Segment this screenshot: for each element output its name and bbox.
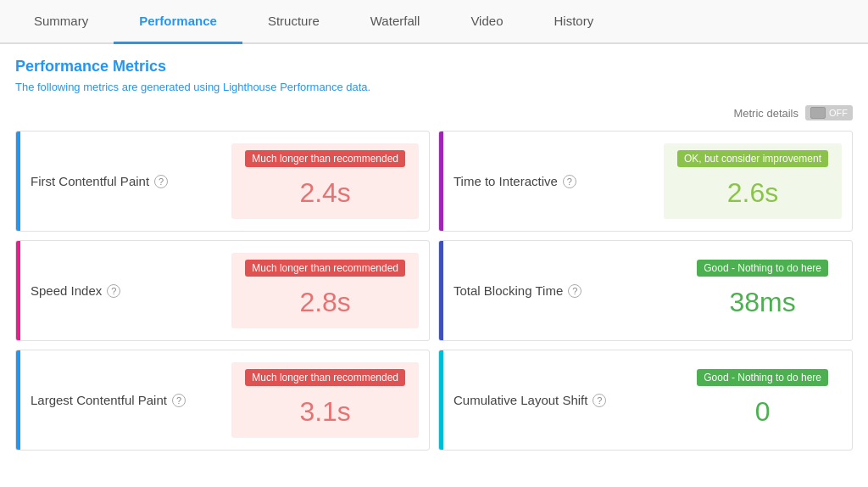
section-desc: The following metrics are generated usin… [15,81,853,93]
metric-card-tti: Time to Interactive ? OK, but consider i… [438,131,853,232]
tti-name-text: Time to Interactive [453,174,558,188]
metrics-grid: First Contentful Paint ? Much longer tha… [15,131,853,451]
cls-question[interactable]: ? [593,394,606,407]
si-name-text: Speed Index [31,283,102,298]
cls-value-box: Good - Nothing to do here 0 [683,362,842,438]
lighthouse-link[interactable]: Performance [280,81,342,93]
cls-value: 0 [697,391,828,428]
cls-name-text: Cumulative Layout Shift [453,393,587,407]
lcp-inner: Largest Contentful Paint ? Much longer t… [20,350,429,450]
tab-structure[interactable]: Structure [242,0,345,44]
lcp-badge: Much longer than recommended [245,369,405,386]
tab-video[interactable]: Video [445,0,528,44]
si-inner: Speed Index ? Much longer than recommend… [20,241,429,340]
toggle-box [810,107,826,119]
fcp-label-area: First Contentful Paint ? [31,174,221,188]
metric-card-tbt: Total Blocking Time ? Good - Nothing to … [438,240,853,341]
si-label-area: Speed Index ? [31,283,221,298]
si-badge: Much longer than recommended [245,260,405,277]
tab-performance[interactable]: Performance [114,0,242,44]
metric-details-toggle[interactable]: OFF [805,105,853,120]
tbt-name-text: Total Blocking Time [453,283,563,298]
metric-details-label: Metric details [733,107,798,120]
fcp-name-text: First Contentful Paint [31,174,149,188]
lcp-value-box: Much longer than recommended 3.1s [231,362,419,438]
tti-badge: OK, but consider improvement [677,150,828,167]
lcp-label-area: Largest Contentful Paint ? [31,393,221,407]
fcp-value-box: Much longer than recommended 2.4s [231,143,419,219]
cls-inner: Cumulative Layout Shift ? Good - Nothing… [443,350,852,450]
tbt-name: Total Blocking Time ? [453,283,673,298]
lcp-question[interactable]: ? [172,394,186,407]
tab-history[interactable]: History [528,0,619,44]
metric-card-lcp: Largest Contentful Paint ? Much longer t… [15,350,430,451]
section-title: Performance Metrics [15,58,853,76]
tab-summary[interactable]: Summary [8,0,114,44]
tti-value-box: OK, but consider improvement 2.6s [664,143,842,219]
toggle-label: OFF [829,108,848,118]
tti-label-area: Time to Interactive ? [453,174,654,188]
fcp-value: 2.4s [245,172,405,209]
tti-name: Time to Interactive ? [453,174,654,188]
lcp-name-text: Largest Contentful Paint [31,393,167,407]
tbt-question[interactable]: ? [568,284,581,298]
tbt-label-area: Total Blocking Time ? [453,283,673,298]
tbt-value: 38ms [697,282,828,318]
tbt-badge: Good - Nothing to do here [697,260,828,277]
cls-name: Cumulative Layout Shift ? [453,393,673,407]
tti-inner: Time to Interactive ? OK, but consider i… [443,132,852,231]
tti-value: 2.6s [677,172,828,209]
metric-card-cls: Cumulative Layout Shift ? Good - Nothing… [438,350,853,451]
fcp-inner: First Contentful Paint ? Much longer tha… [20,132,429,231]
tab-bar: Summary Performance Structure Waterfall … [0,0,868,44]
si-value-box: Much longer than recommended 2.8s [231,253,419,328]
fcp-name: First Contentful Paint ? [31,174,221,188]
tbt-value-box: Good - Nothing to do here 38ms [683,253,842,328]
lcp-value: 3.1s [245,391,405,428]
fcp-question[interactable]: ? [154,175,168,188]
cls-label-area: Cumulative Layout Shift ? [453,393,673,407]
section-desc-text: The following metrics are generated usin… [15,81,370,93]
si-name: Speed Index ? [31,283,221,298]
tti-question[interactable]: ? [563,175,576,188]
si-value: 2.8s [245,282,405,318]
tab-waterfall[interactable]: Waterfall [345,0,446,44]
si-question[interactable]: ? [107,284,120,298]
lcp-name: Largest Contentful Paint ? [31,393,221,407]
metric-card-fcp: First Contentful Paint ? Much longer tha… [15,131,430,232]
fcp-badge: Much longer than recommended [245,150,405,167]
metric-details-row: Metric details OFF [15,105,853,120]
tbt-inner: Total Blocking Time ? Good - Nothing to … [443,241,852,340]
cls-badge: Good - Nothing to do here [697,369,828,386]
main-content: Performance Metrics The following metric… [0,44,868,464]
metric-card-si: Speed Index ? Much longer than recommend… [15,240,430,341]
